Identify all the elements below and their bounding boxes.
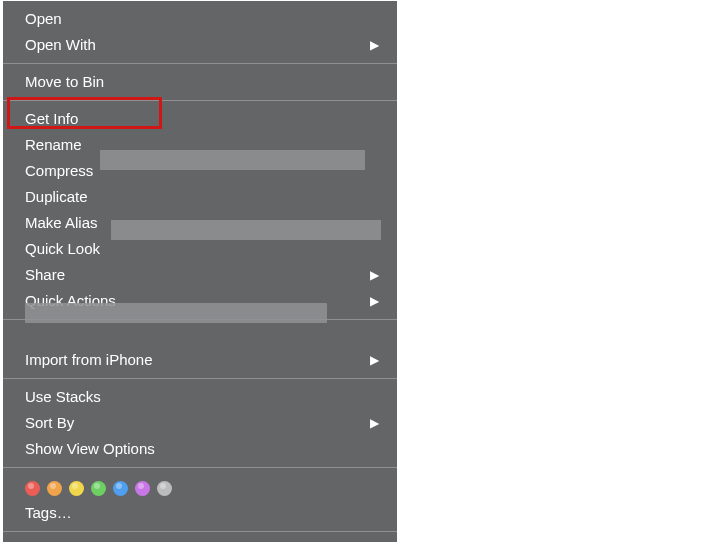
menu-item-open[interactable]: Open (3, 6, 397, 32)
menu-item-sort-by[interactable]: Sort By ▶ (3, 410, 397, 436)
menu-item-label: Open With (25, 34, 96, 56)
menu-divider (3, 100, 397, 101)
menu-item-label: Move to Bin (25, 71, 104, 93)
menu-item-label: Sort By (25, 412, 74, 434)
context-menu: Open Open With ▶ Move to Bin Get Info Re… (3, 1, 397, 542)
menu-item-use-stacks[interactable]: Use Stacks (3, 384, 397, 410)
tags-color-row (3, 473, 397, 500)
menu-divider (3, 378, 397, 379)
menu-item-import-iphone[interactable]: Import from iPhone ▶ (3, 347, 397, 373)
submenu-arrow-icon: ▶ (370, 349, 379, 371)
menu-item-label: Rename (25, 134, 82, 156)
tag-dot-purple[interactable] (135, 481, 150, 496)
menu-item-label: Compress (25, 160, 93, 182)
menu-divider (3, 63, 397, 64)
menu-item-get-info[interactable]: Get Info (3, 106, 397, 132)
menu-item-label: Show View Options (25, 438, 155, 460)
redacted-region (111, 220, 381, 240)
menu-divider (3, 531, 397, 532)
tag-dot-green[interactable] (91, 481, 106, 496)
submenu-arrow-icon: ▶ (370, 264, 379, 286)
submenu-arrow-icon: ▶ (370, 412, 379, 434)
menu-item-tags[interactable]: Tags… (3, 500, 397, 526)
menu-item-show-view-options[interactable]: Show View Options (3, 436, 397, 462)
menu-item-encode-video[interactable]: Encode Selected Video Files (3, 537, 397, 542)
redacted-region (100, 150, 365, 170)
menu-item-open-with[interactable]: Open With ▶ (3, 32, 397, 58)
menu-item-label: Quick Look (25, 238, 100, 260)
menu-item-redacted[interactable] (3, 325, 397, 347)
menu-item-label: Share (25, 264, 65, 286)
menu-item-duplicate[interactable]: Duplicate (3, 184, 397, 210)
submenu-arrow-icon: ▶ (370, 34, 379, 56)
menu-item-label: Get Info (25, 108, 78, 130)
tag-dot-gray[interactable] (157, 481, 172, 496)
menu-item-label: Tags… (25, 502, 72, 524)
menu-item-label: Import from iPhone (25, 349, 153, 371)
menu-item-label: Duplicate (25, 186, 88, 208)
submenu-arrow-icon: ▶ (370, 290, 379, 312)
tag-dot-blue[interactable] (113, 481, 128, 496)
menu-item-label: Open (25, 8, 62, 30)
menu-item-share[interactable]: Share ▶ (3, 262, 397, 288)
menu-item-label: Use Stacks (25, 386, 101, 408)
tag-dot-red[interactable] (25, 481, 40, 496)
tag-dot-orange[interactable] (47, 481, 62, 496)
menu-item-label: Make Alias (25, 212, 98, 234)
menu-item-move-to-bin[interactable]: Move to Bin (3, 69, 397, 95)
tag-dot-yellow[interactable] (69, 481, 84, 496)
menu-divider (3, 467, 397, 468)
redacted-region (25, 303, 327, 323)
